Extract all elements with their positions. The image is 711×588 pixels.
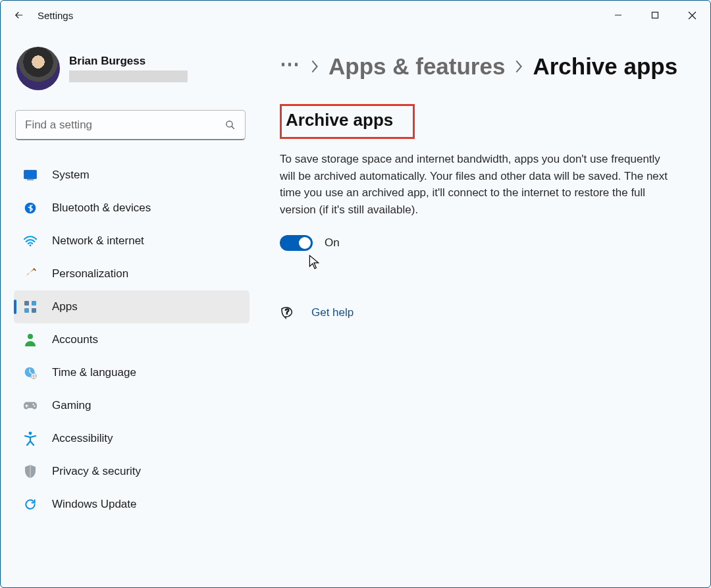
profile-name: Brian Burgess: [69, 55, 188, 68]
section-description: To save storage space and internet bandw…: [280, 151, 668, 218]
nav-label: Accounts: [52, 333, 98, 346]
update-icon: [23, 497, 38, 512]
nav-item-bluetooth[interactable]: Bluetooth & devices: [14, 192, 250, 225]
nav-item-network[interactable]: Network & internet: [14, 225, 250, 257]
svg-rect-10: [24, 308, 29, 313]
svg-rect-11: [32, 308, 36, 313]
bluetooth-icon: [23, 201, 38, 215]
profile-email-redacted: [69, 70, 188, 82]
svg-rect-9: [32, 301, 36, 306]
main-content: ⋯ Apps & features Archive apps Archive a…: [257, 30, 710, 587]
toggle-knob: [299, 237, 311, 249]
nav-label: Network & internet: [52, 234, 144, 248]
nav-item-privacy[interactable]: Privacy & security: [14, 455, 250, 488]
search-box[interactable]: [15, 110, 246, 140]
paintbrush-icon: [23, 267, 38, 281]
person-icon: [23, 333, 38, 347]
accessibility-icon: [23, 431, 38, 446]
nav-label: Windows Update: [52, 498, 137, 511]
toggle-state-label: On: [325, 236, 340, 250]
svg-point-16: [34, 406, 35, 407]
breadcrumb-overflow[interactable]: ⋯: [280, 52, 301, 80]
archive-apps-toggle[interactable]: [280, 235, 313, 251]
nav-label: Privacy & security: [52, 465, 141, 478]
breadcrumb-parent[interactable]: Apps & features: [329, 53, 505, 80]
search-input[interactable]: [25, 119, 224, 132]
window-controls: [600, 1, 710, 30]
nav-item-system[interactable]: System: [14, 159, 250, 192]
svg-text:?: ?: [285, 307, 289, 315]
profile-block[interactable]: Brian Burgess: [14, 40, 250, 99]
wifi-icon: [23, 234, 38, 248]
nav-item-accessibility[interactable]: Accessibility: [14, 422, 250, 455]
apps-icon: [23, 300, 38, 314]
highlight-annotation: Archive apps: [280, 104, 415, 139]
shield-icon: [23, 464, 38, 479]
back-button[interactable]: [9, 5, 30, 26]
section-title: Archive apps: [282, 106, 413, 137]
nav-item-windows-update[interactable]: Windows Update: [14, 488, 250, 521]
svg-point-12: [28, 334, 33, 339]
nav-label: Apps: [52, 300, 78, 313]
chevron-right-icon: [310, 59, 319, 74]
nav-item-time-language[interactable]: Time & language: [14, 356, 250, 389]
svg-line-3: [232, 126, 234, 129]
svg-point-2: [226, 121, 232, 127]
svg-point-17: [29, 432, 32, 435]
svg-rect-1: [652, 13, 658, 18]
nav-label: System: [52, 169, 90, 182]
gamepad-icon: [23, 398, 38, 413]
get-help-link[interactable]: Get help: [311, 306, 354, 319]
svg-point-15: [32, 404, 34, 405]
search-icon: [224, 119, 236, 130]
minimize-button[interactable]: [600, 1, 637, 30]
nav-item-gaming[interactable]: Gaming: [14, 389, 250, 422]
nav-label: Personalization: [52, 267, 128, 281]
system-icon: [23, 168, 38, 182]
nav-label: Accessibility: [52, 432, 113, 445]
svg-rect-4: [24, 171, 37, 179]
nav-list: System Bluetooth & devices Network & int…: [14, 159, 250, 521]
avatar: [16, 47, 60, 90]
app-title: Settings: [38, 10, 73, 21]
svg-rect-8: [24, 301, 29, 306]
nav-item-accounts[interactable]: Accounts: [14, 323, 250, 356]
clock-globe-icon: [23, 365, 38, 380]
breadcrumb-current: Archive apps: [533, 53, 677, 80]
svg-point-7: [30, 244, 32, 246]
sidebar: Brian Burgess System Bluetooth & devi: [1, 30, 257, 587]
close-button[interactable]: [673, 1, 710, 30]
nav-label: Gaming: [52, 399, 92, 412]
nav-label: Bluetooth & devices: [52, 201, 151, 215]
nav-item-apps[interactable]: Apps: [14, 290, 250, 323]
breadcrumb: ⋯ Apps & features Archive apps: [280, 52, 701, 80]
cursor-icon: [309, 255, 319, 269]
help-icon: ?: [280, 305, 296, 321]
chevron-right-icon: [514, 59, 523, 74]
nav-item-personalization[interactable]: Personalization: [14, 257, 250, 290]
nav-label: Time & language: [52, 366, 136, 379]
svg-rect-5: [27, 180, 34, 180]
maximize-button[interactable]: [637, 1, 673, 30]
